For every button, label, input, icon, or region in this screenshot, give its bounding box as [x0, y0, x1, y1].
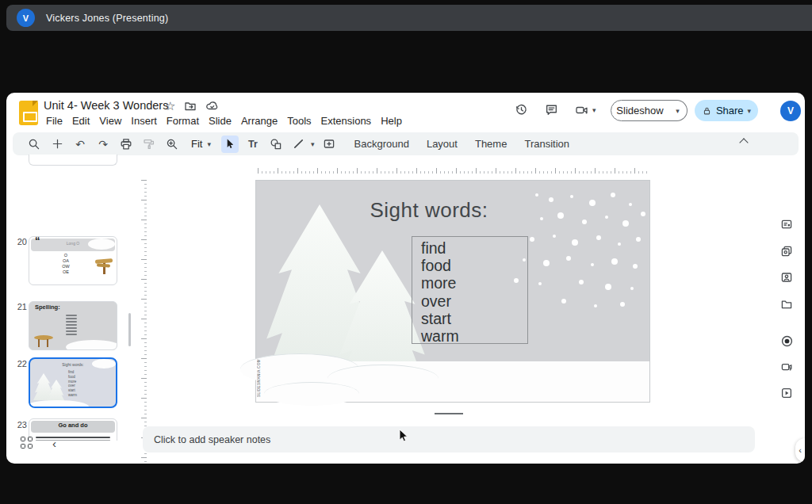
paint-format-button[interactable] — [140, 136, 158, 153]
slideshow-caret-icon: ▾ — [676, 107, 680, 115]
zoom-fit-label: Fit — [191, 138, 202, 150]
menu-insert[interactable]: Insert — [126, 113, 162, 128]
slide-number-21: 21 — [11, 302, 27, 311]
document-title[interactable]: Unit 4- Week 3 Wonders — [44, 99, 168, 112]
move-folder-icon[interactable] — [184, 100, 197, 113]
shapes-button[interactable] — [267, 136, 285, 153]
slide-thumbnail-22-selected[interactable]: Sight words: findfoodmoreoverstartwarm — [29, 357, 117, 408]
background-button[interactable]: Background — [349, 136, 415, 152]
slide-thumbnail-20[interactable]: “ Long O OOAOWOE — [29, 236, 117, 285]
thumb20-phonics-list: OOAOWOE — [29, 253, 102, 275]
menu-arrange[interactable]: Arrange — [236, 113, 282, 128]
undo-button[interactable]: ↶ — [71, 136, 89, 153]
menubar: FileEditViewInsertFormatSlideArrangeTool… — [41, 113, 407, 128]
star-icon[interactable]: ☆ — [165, 99, 175, 113]
menu-view[interactable]: View — [94, 113, 126, 128]
zoom-button[interactable] — [163, 136, 181, 153]
thumb20-snow — [88, 239, 115, 250]
slide-thumbnail-21[interactable]: Spelling: — [29, 301, 117, 350]
meet-camera-icon[interactable] — [575, 104, 589, 116]
menu-edit[interactable]: Edit — [67, 113, 94, 128]
presenter-bar: V Vickers Jones (Presenting) — [6, 5, 812, 31]
search-icon — [28, 138, 40, 151]
slide-title-textbox[interactable]: Sight words: — [256, 198, 602, 223]
new-slide-button[interactable] — [48, 136, 66, 153]
thumb21-title: Spelling: — [35, 304, 60, 311]
print-icon — [120, 138, 132, 151]
cursor-icon — [224, 138, 236, 150]
menu-extensions[interactable]: Extensions — [316, 113, 377, 128]
meet-caret-icon[interactable]: ▾ — [592, 106, 596, 114]
slide-thumbnail-23[interactable]: Go and do — [29, 418, 117, 441]
menu-slide[interactable]: Slide — [204, 113, 236, 128]
transition-button[interactable]: Transition — [519, 136, 575, 152]
keep-notes-panel-icon[interactable] — [780, 245, 793, 258]
zoom-fit-caret-icon: ▾ — [207, 140, 211, 148]
speaker-notes-input[interactable]: Click to add speaker notes — [143, 426, 755, 452]
search-menus-button[interactable] — [25, 136, 43, 153]
thumb23-text-lines — [36, 437, 110, 441]
line-icon — [293, 138, 304, 150]
toolbar: ↶ ↷ Fit ▾ Tr ▾ Background — [13, 132, 799, 155]
layout-button[interactable]: Layout — [421, 136, 463, 152]
thumb-word-warm: warm — [68, 393, 77, 398]
toolbar-text-buttons: Background Layout Theme Transition — [349, 136, 576, 152]
share-caret-icon: ▾ — [748, 107, 752, 115]
version-history-icon[interactable] — [515, 103, 528, 116]
phonics-line-oe: OE — [29, 269, 102, 275]
paint-format-icon — [143, 138, 155, 151]
presenter-label: Vickers Jones (Presenting) — [46, 13, 168, 24]
sight-words-textbox[interactable]: findfoodmoreoverstartwarm — [412, 236, 528, 344]
record-icon[interactable] — [780, 334, 794, 348]
slide-number-20: 20 — [11, 237, 27, 246]
grid-view-button[interactable] — [21, 437, 33, 449]
sight-word-over: over — [421, 292, 527, 310]
slideshow-caret-button[interactable]: ▾ — [668, 100, 688, 121]
sight-word-warm: warm — [421, 327, 527, 345]
play-panel-icon[interactable] — [780, 387, 793, 399]
toolbar-collapse-icon[interactable] — [739, 138, 748, 147]
filmstrip-collapse-button[interactable]: ‹ — [52, 437, 56, 450]
title-actions: ☆ — [165, 99, 219, 113]
slideshow-button[interactable]: Slideshow — [611, 100, 669, 121]
slide-thumbnail-19-partial[interactable] — [29, 155, 117, 166]
sight-word-find: find — [421, 239, 527, 257]
zoom-fit-select[interactable]: Fit ▾ — [191, 138, 211, 150]
slides-app-window: Unit 4- Week 3 Wonders ☆ FileEditViewIns… — [6, 93, 805, 464]
mouse-cursor — [399, 429, 409, 446]
slides-logo-icon[interactable] — [19, 101, 38, 125]
menu-tools[interactable]: Tools — [282, 113, 316, 128]
cloud-status-icon[interactable] — [205, 100, 219, 113]
sight-word-start: start — [421, 310, 527, 327]
menu-file[interactable]: File — [41, 113, 67, 128]
header-icon-group: ▾ — [515, 103, 596, 116]
side-panel-expand-button[interactable]: ‹ — [795, 438, 805, 462]
thumb22-snow — [29, 400, 89, 408]
folder-panel-icon[interactable] — [780, 298, 793, 311]
slide-canvas[interactable]: Sight words: findfoodmoreoverstartwarm S… — [255, 180, 650, 403]
camera-rail-icon[interactable] — [780, 361, 793, 373]
menu-format[interactable]: Format — [162, 113, 204, 128]
calendar-panel-icon[interactable] — [780, 218, 793, 231]
text-box-button[interactable]: Tr — [244, 136, 262, 153]
line-caret-icon[interactable]: ▾ — [311, 140, 315, 148]
theme-button[interactable]: Theme — [469, 136, 512, 152]
filmstrip-scrollbar[interactable] — [128, 313, 131, 346]
page-scroll-indicator[interactable] — [435, 413, 463, 414]
select-tool-button[interactable] — [221, 136, 239, 153]
share-button[interactable]: Share ▾ — [695, 100, 758, 121]
undo-icon: ↶ — [75, 138, 85, 151]
menu-help[interactable]: Help — [376, 113, 407, 128]
snowflakes-graphic — [535, 193, 538, 197]
contacts-panel-icon[interactable] — [780, 271, 793, 284]
redo-button[interactable]: ↷ — [94, 136, 112, 153]
thumb22-word-list: findfoodmoreoverstartwarm — [68, 370, 77, 398]
presenter-avatar[interactable]: V — [17, 9, 35, 27]
signpost-graphic — [94, 258, 113, 275]
insert-comment-button[interactable] — [320, 136, 338, 153]
line-tool-button[interactable] — [290, 136, 308, 153]
account-avatar[interactable]: V — [780, 101, 801, 121]
phonics-line-ow: OW — [29, 264, 102, 269]
comments-icon[interactable] — [545, 103, 558, 116]
print-button[interactable] — [117, 136, 135, 153]
